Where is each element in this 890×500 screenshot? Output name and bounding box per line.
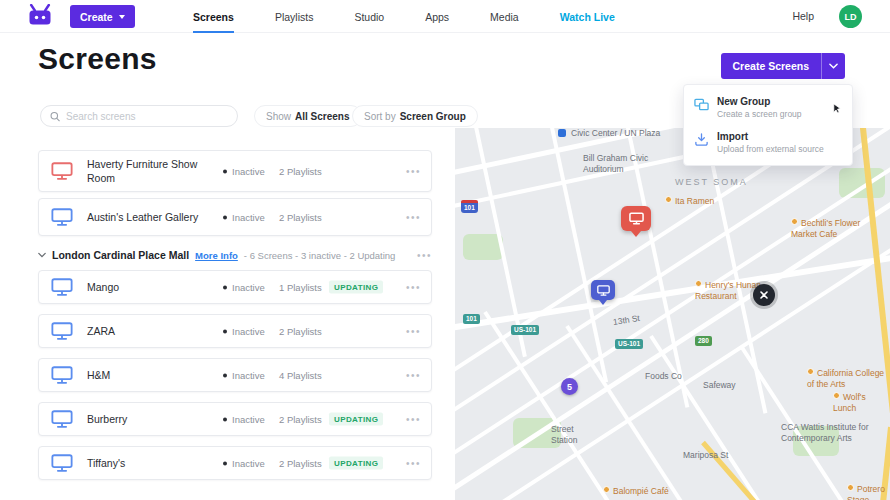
screens-map[interactable]: Civic Center / UN Plaza Bill Graham Civi… [455,128,890,500]
more-options-icon[interactable] [406,282,421,293]
more-options-icon[interactable] [406,370,421,381]
playlists-count: 2 Playlists [279,166,322,177]
map-label: Bechtli's Flower Market Cafe [791,218,860,239]
import-icon [694,132,709,147]
map-cluster-marker[interactable] [753,284,775,306]
create-button[interactable]: Create [70,5,135,28]
status-text: Inactive [232,414,265,425]
playlists-count: 2 Playlists [279,458,322,469]
screen-map-pin-blue[interactable] [591,280,615,300]
chevron-down-icon [829,63,838,69]
more-options-icon[interactable] [406,414,421,425]
screen-row[interactable]: ZARA Inactive 2 Playlists [38,314,432,348]
collapse-chevron-icon[interactable] [38,252,46,258]
group-name: London Cardinal Place Mall [52,249,189,261]
create-screens-split-button: Create Screens [721,53,845,79]
screen-row[interactable]: Mango Inactive 1 Playlists UPDATING [38,270,432,304]
more-options-icon[interactable] [417,250,432,261]
screen-icon [51,322,73,341]
create-screens-button[interactable]: Create Screens [721,53,821,79]
sort-filter[interactable]: Sort by Screen Group [352,105,478,127]
screen-row[interactable]: Burberry Inactive 2 Playlists UPDATING [38,402,432,436]
help-link[interactable]: Help [792,10,814,22]
user-avatar[interactable]: LD [839,5,862,28]
map-label: Balompié Café [603,486,669,497]
screen-name: H&M [87,368,213,382]
chevron-down-icon [119,15,125,19]
menu-item-text: Import Upload from external source [717,131,824,154]
playlists-count: 1 Playlists [279,282,322,293]
cursor-icon [832,100,843,118]
status-text: Inactive [232,282,265,293]
map-label: Civic Center / UN Plaza [571,128,660,139]
screen-status: Inactive [223,370,265,381]
menu-item-label: Import [717,131,824,142]
page-title: Screens [38,42,157,76]
nav-item-playlists[interactable]: Playlists [275,0,314,33]
screen-status: Inactive [223,414,265,425]
screen-map-pin-red[interactable] [621,206,651,231]
map-count-marker[interactable]: 5 [561,378,578,395]
map-label: Ita Ramen [665,196,714,207]
sort-filter-label: Sort by [364,111,396,122]
create-button-label: Create [80,11,113,23]
group-more-info-link[interactable]: More Info [195,250,238,261]
screen-row[interactable]: Haverty Furniture Show Room Inactive 2 P… [38,150,432,192]
screen-name: Tiffany's [87,456,213,470]
show-filter-value: All Screens [295,111,349,122]
screen-icon [597,285,610,296]
nav-item-screens[interactable]: Screens [193,0,234,33]
screen-icon [51,454,73,473]
nav-item-studio[interactable]: Studio [354,0,384,33]
screen-status: Inactive [223,326,265,337]
map-label: Foods Co [645,371,682,382]
app-logo-icon[interactable] [26,4,54,29]
screen-name: Haverty Furniture Show Room [87,157,213,185]
status-text: Inactive [232,326,265,337]
more-options-icon[interactable] [406,458,421,469]
status-dot-icon [223,329,227,333]
create-screens-dropdown-toggle[interactable] [821,53,845,79]
playlists-count: 2 Playlists [279,414,322,425]
screen-icon [629,212,644,225]
nav-item-watch-live[interactable]: Watch Live [560,0,615,33]
group-summary: - 6 Screens - 3 inactive - 2 Updating [244,250,396,261]
map-label: WEST SOMA [675,177,748,188]
status-text: Inactive [232,458,265,469]
status-dot-icon [223,215,227,219]
menu-item-text: New Group Create a screen group [717,96,802,119]
menu-item-import[interactable]: Import Upload from external source [684,125,852,160]
top-navigation-bar: Create Screens Playlists Studio Apps Med… [0,0,890,33]
search-icon [50,111,60,122]
screen-icon [51,278,73,297]
screen-row[interactable]: Tiffany's Inactive 2 Playlists UPDATING [38,446,432,480]
show-filter[interactable]: Show All Screens [254,105,362,127]
screen-name: ZARA [87,324,213,338]
screen-status: Inactive [223,212,265,223]
status-text: Inactive [232,370,265,381]
screen-name: Burberry [87,412,213,426]
more-options-icon[interactable] [406,326,421,337]
updating-badge: UPDATING [329,413,383,426]
nav-item-apps[interactable]: Apps [425,0,449,33]
map-label: 13th St [612,313,640,328]
nav-item-media[interactable]: Media [490,0,519,33]
screen-icon [51,410,73,429]
map-label: Mariposa St [683,450,728,461]
updating-badge: UPDATING [329,457,383,470]
screen-row[interactable]: Austin's Leather Gallery Inactive 2 Play… [38,198,432,236]
more-options-icon[interactable] [406,166,421,177]
menu-item-label: New Group [717,96,802,107]
playlists-count: 2 Playlists [279,212,322,223]
search-input[interactable] [66,111,228,122]
screen-row[interactable]: H&M Inactive 4 Playlists [38,358,432,392]
screen-group-header[interactable]: London Cardinal Place Mall More Info - 6… [38,246,432,264]
route-shield: US-101 [615,339,643,349]
menu-item-new-group[interactable]: New Group Create a screen group [684,90,852,125]
updating-badge: UPDATING [329,281,383,294]
sort-filter-value: Screen Group [400,111,466,122]
status-dot-icon [223,373,227,377]
more-options-icon[interactable] [406,212,421,223]
screen-status: Inactive [223,458,265,469]
screen-name: Austin's Leather Gallery [87,210,213,224]
